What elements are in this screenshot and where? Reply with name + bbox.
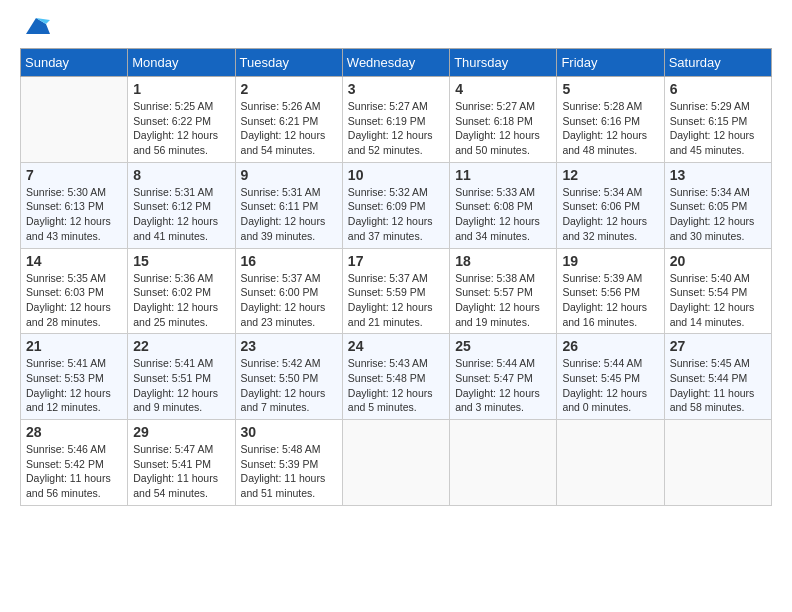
calendar-cell: 14Sunrise: 5:35 AM Sunset: 6:03 PM Dayli… <box>21 248 128 334</box>
calendar-cell: 7Sunrise: 5:30 AM Sunset: 6:13 PM Daylig… <box>21 162 128 248</box>
day-number: 6 <box>670 81 766 97</box>
day-detail: Sunrise: 5:43 AM Sunset: 5:48 PM Dayligh… <box>348 356 444 415</box>
calendar-cell: 16Sunrise: 5:37 AM Sunset: 6:00 PM Dayli… <box>235 248 342 334</box>
calendar-cell: 11Sunrise: 5:33 AM Sunset: 6:08 PM Dayli… <box>450 162 557 248</box>
page-header <box>20 20 772 38</box>
day-detail: Sunrise: 5:48 AM Sunset: 5:39 PM Dayligh… <box>241 442 337 501</box>
day-detail: Sunrise: 5:44 AM Sunset: 5:45 PM Dayligh… <box>562 356 658 415</box>
day-detail: Sunrise: 5:31 AM Sunset: 6:12 PM Dayligh… <box>133 185 229 244</box>
day-detail: Sunrise: 5:37 AM Sunset: 5:59 PM Dayligh… <box>348 271 444 330</box>
day-number: 14 <box>26 253 122 269</box>
day-number: 21 <box>26 338 122 354</box>
calendar-cell: 5Sunrise: 5:28 AM Sunset: 6:16 PM Daylig… <box>557 77 664 163</box>
header-wednesday: Wednesday <box>342 49 449 77</box>
day-detail: Sunrise: 5:33 AM Sunset: 6:08 PM Dayligh… <box>455 185 551 244</box>
calendar-cell: 25Sunrise: 5:44 AM Sunset: 5:47 PM Dayli… <box>450 334 557 420</box>
calendar-cell <box>342 420 449 506</box>
day-detail: Sunrise: 5:37 AM Sunset: 6:00 PM Dayligh… <box>241 271 337 330</box>
day-number: 16 <box>241 253 337 269</box>
day-detail: Sunrise: 5:45 AM Sunset: 5:44 PM Dayligh… <box>670 356 766 415</box>
calendar-cell: 8Sunrise: 5:31 AM Sunset: 6:12 PM Daylig… <box>128 162 235 248</box>
day-number: 13 <box>670 167 766 183</box>
calendar-cell: 1Sunrise: 5:25 AM Sunset: 6:22 PM Daylig… <box>128 77 235 163</box>
calendar-cell <box>557 420 664 506</box>
day-detail: Sunrise: 5:34 AM Sunset: 6:06 PM Dayligh… <box>562 185 658 244</box>
logo-icon <box>22 16 50 38</box>
day-detail: Sunrise: 5:34 AM Sunset: 6:05 PM Dayligh… <box>670 185 766 244</box>
calendar-cell: 15Sunrise: 5:36 AM Sunset: 6:02 PM Dayli… <box>128 248 235 334</box>
day-number: 8 <box>133 167 229 183</box>
day-number: 26 <box>562 338 658 354</box>
calendar-week-3: 21Sunrise: 5:41 AM Sunset: 5:53 PM Dayli… <box>21 334 772 420</box>
day-number: 18 <box>455 253 551 269</box>
day-detail: Sunrise: 5:35 AM Sunset: 6:03 PM Dayligh… <box>26 271 122 330</box>
day-detail: Sunrise: 5:46 AM Sunset: 5:42 PM Dayligh… <box>26 442 122 501</box>
day-detail: Sunrise: 5:26 AM Sunset: 6:21 PM Dayligh… <box>241 99 337 158</box>
day-detail: Sunrise: 5:28 AM Sunset: 6:16 PM Dayligh… <box>562 99 658 158</box>
calendar-table: SundayMondayTuesdayWednesdayThursdayFrid… <box>20 48 772 506</box>
day-detail: Sunrise: 5:42 AM Sunset: 5:50 PM Dayligh… <box>241 356 337 415</box>
day-detail: Sunrise: 5:41 AM Sunset: 5:53 PM Dayligh… <box>26 356 122 415</box>
calendar-cell: 29Sunrise: 5:47 AM Sunset: 5:41 PM Dayli… <box>128 420 235 506</box>
day-number: 22 <box>133 338 229 354</box>
calendar-cell: 2Sunrise: 5:26 AM Sunset: 6:21 PM Daylig… <box>235 77 342 163</box>
calendar-cell: 30Sunrise: 5:48 AM Sunset: 5:39 PM Dayli… <box>235 420 342 506</box>
day-detail: Sunrise: 5:39 AM Sunset: 5:56 PM Dayligh… <box>562 271 658 330</box>
calendar-header: SundayMondayTuesdayWednesdayThursdayFrid… <box>21 49 772 77</box>
day-number: 25 <box>455 338 551 354</box>
header-sunday: Sunday <box>21 49 128 77</box>
day-number: 10 <box>348 167 444 183</box>
calendar-cell: 9Sunrise: 5:31 AM Sunset: 6:11 PM Daylig… <box>235 162 342 248</box>
calendar-cell: 12Sunrise: 5:34 AM Sunset: 6:06 PM Dayli… <box>557 162 664 248</box>
calendar-cell: 6Sunrise: 5:29 AM Sunset: 6:15 PM Daylig… <box>664 77 771 163</box>
day-detail: Sunrise: 5:40 AM Sunset: 5:54 PM Dayligh… <box>670 271 766 330</box>
calendar-cell: 23Sunrise: 5:42 AM Sunset: 5:50 PM Dayli… <box>235 334 342 420</box>
calendar-cell: 28Sunrise: 5:46 AM Sunset: 5:42 PM Dayli… <box>21 420 128 506</box>
calendar-cell: 24Sunrise: 5:43 AM Sunset: 5:48 PM Dayli… <box>342 334 449 420</box>
calendar-cell: 3Sunrise: 5:27 AM Sunset: 6:19 PM Daylig… <box>342 77 449 163</box>
day-number: 28 <box>26 424 122 440</box>
calendar-cell: 26Sunrise: 5:44 AM Sunset: 5:45 PM Dayli… <box>557 334 664 420</box>
calendar-body: 1Sunrise: 5:25 AM Sunset: 6:22 PM Daylig… <box>21 77 772 506</box>
day-number: 27 <box>670 338 766 354</box>
calendar-cell: 4Sunrise: 5:27 AM Sunset: 6:18 PM Daylig… <box>450 77 557 163</box>
header-friday: Friday <box>557 49 664 77</box>
day-number: 17 <box>348 253 444 269</box>
day-number: 7 <box>26 167 122 183</box>
calendar-week-4: 28Sunrise: 5:46 AM Sunset: 5:42 PM Dayli… <box>21 420 772 506</box>
day-number: 2 <box>241 81 337 97</box>
day-number: 4 <box>455 81 551 97</box>
header-tuesday: Tuesday <box>235 49 342 77</box>
calendar-cell: 22Sunrise: 5:41 AM Sunset: 5:51 PM Dayli… <box>128 334 235 420</box>
day-detail: Sunrise: 5:44 AM Sunset: 5:47 PM Dayligh… <box>455 356 551 415</box>
day-detail: Sunrise: 5:38 AM Sunset: 5:57 PM Dayligh… <box>455 271 551 330</box>
day-detail: Sunrise: 5:27 AM Sunset: 6:18 PM Dayligh… <box>455 99 551 158</box>
day-number: 3 <box>348 81 444 97</box>
day-number: 20 <box>670 253 766 269</box>
calendar-cell: 13Sunrise: 5:34 AM Sunset: 6:05 PM Dayli… <box>664 162 771 248</box>
day-number: 19 <box>562 253 658 269</box>
day-number: 29 <box>133 424 229 440</box>
calendar-cell: 18Sunrise: 5:38 AM Sunset: 5:57 PM Dayli… <box>450 248 557 334</box>
calendar-cell <box>21 77 128 163</box>
calendar-cell <box>664 420 771 506</box>
header-monday: Monday <box>128 49 235 77</box>
day-number: 5 <box>562 81 658 97</box>
calendar-week-2: 14Sunrise: 5:35 AM Sunset: 6:03 PM Dayli… <box>21 248 772 334</box>
day-detail: Sunrise: 5:36 AM Sunset: 6:02 PM Dayligh… <box>133 271 229 330</box>
day-number: 30 <box>241 424 337 440</box>
day-number: 1 <box>133 81 229 97</box>
day-number: 11 <box>455 167 551 183</box>
day-number: 9 <box>241 167 337 183</box>
day-detail: Sunrise: 5:29 AM Sunset: 6:15 PM Dayligh… <box>670 99 766 158</box>
calendar-cell: 10Sunrise: 5:32 AM Sunset: 6:09 PM Dayli… <box>342 162 449 248</box>
calendar-week-0: 1Sunrise: 5:25 AM Sunset: 6:22 PM Daylig… <box>21 77 772 163</box>
day-detail: Sunrise: 5:30 AM Sunset: 6:13 PM Dayligh… <box>26 185 122 244</box>
calendar-cell: 17Sunrise: 5:37 AM Sunset: 5:59 PM Dayli… <box>342 248 449 334</box>
day-detail: Sunrise: 5:31 AM Sunset: 6:11 PM Dayligh… <box>241 185 337 244</box>
day-detail: Sunrise: 5:41 AM Sunset: 5:51 PM Dayligh… <box>133 356 229 415</box>
logo <box>20 20 50 38</box>
calendar-cell: 20Sunrise: 5:40 AM Sunset: 5:54 PM Dayli… <box>664 248 771 334</box>
header-thursday: Thursday <box>450 49 557 77</box>
day-detail: Sunrise: 5:25 AM Sunset: 6:22 PM Dayligh… <box>133 99 229 158</box>
